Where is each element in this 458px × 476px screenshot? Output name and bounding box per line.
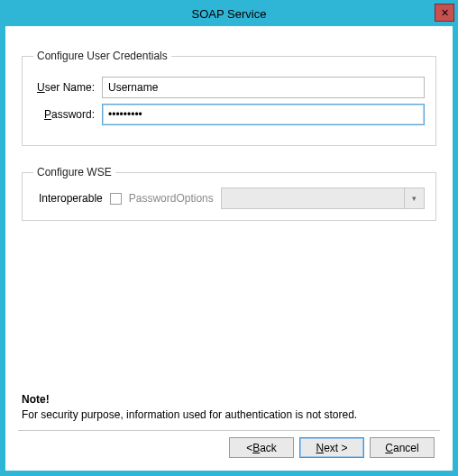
password-options-label: PasswordOptions	[129, 192, 214, 205]
password-options-combo: ▾	[221, 188, 425, 209]
note-heading: Note!	[22, 392, 436, 407]
chevron-down-icon: ▾	[412, 194, 417, 203]
spacer	[18, 224, 440, 392]
titlebar: SOAP Service ✕	[1, 1, 457, 26]
button-bar: < Back Next > Cancel	[18, 437, 440, 465]
back-prefix: <	[246, 442, 252, 454]
note-block: Note! For security purpose, information …	[22, 392, 436, 423]
username-field[interactable]	[102, 77, 425, 98]
wse-row: Interoperable PasswordOptions ▾	[33, 188, 425, 209]
back-button[interactable]: < Back	[229, 437, 294, 458]
username-row: User Name:	[33, 77, 425, 98]
dialog-window: SOAP Service ✕ Configure User Credential…	[0, 0, 458, 476]
close-icon: ✕	[441, 8, 449, 18]
next-rest: ext >	[324, 442, 347, 454]
password-options-dropdown-button: ▾	[405, 188, 425, 209]
next-u: N	[316, 442, 324, 454]
back-u: B	[252, 442, 260, 454]
window-frame: Configure User Credentials User Name: Pa…	[1, 26, 457, 475]
password-options-field	[221, 188, 405, 209]
cancel-button[interactable]: Cancel	[370, 437, 435, 458]
wse-group: Configure WSE Interoperable PasswordOpti…	[22, 166, 436, 221]
note-text: For security purpose, information used f…	[22, 407, 436, 423]
back-rest: ack	[260, 442, 277, 454]
cancel-u: C	[385, 442, 393, 454]
window-title: SOAP Service	[1, 7, 457, 21]
password-label: Password:	[33, 108, 102, 121]
interoperable-checkbox[interactable]	[110, 193, 122, 205]
credentials-group: Configure User Credentials User Name: Pa…	[22, 50, 436, 146]
content-area: Configure User Credentials User Name: Pa…	[5, 26, 453, 471]
username-label: User Name:	[33, 81, 102, 94]
wse-legend: Configure WSE	[33, 166, 115, 178]
password-field[interactable]	[102, 104, 425, 125]
next-button[interactable]: Next >	[299, 437, 364, 458]
password-row: Password:	[33, 104, 425, 125]
cancel-rest: ancel	[393, 442, 419, 454]
separator	[18, 430, 440, 432]
interoperable-label: Interoperable	[33, 192, 103, 205]
close-button[interactable]: ✕	[435, 4, 454, 22]
credentials-legend: Configure User Credentials	[33, 50, 171, 62]
